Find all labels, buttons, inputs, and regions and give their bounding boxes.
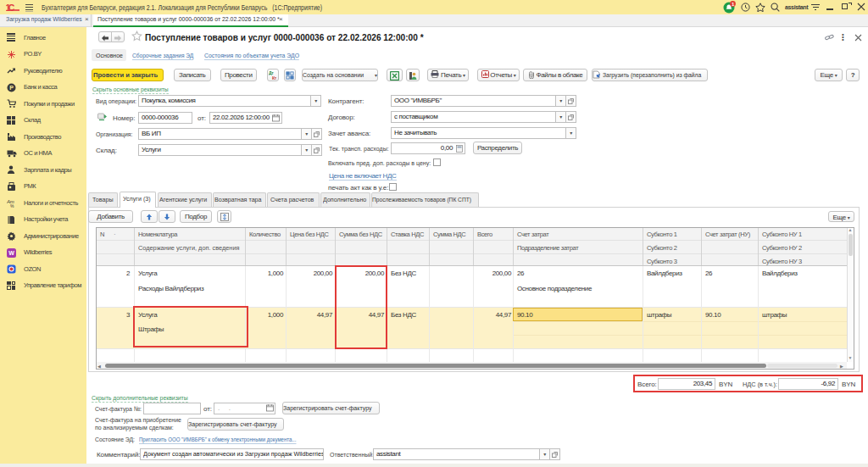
svg-text:Р: Р — [9, 85, 14, 91]
svg-text:Кт: Кт — [272, 75, 277, 80]
